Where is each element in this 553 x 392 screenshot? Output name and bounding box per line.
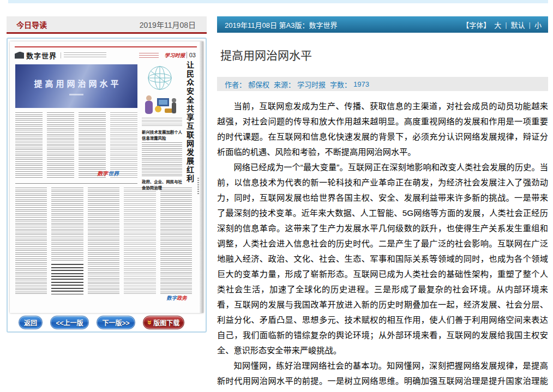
subheadline-gov: 政府、企业、网民与社会协同治理 [142, 179, 182, 190]
source-value: 学习时报 [297, 79, 326, 89]
sim-text-block [142, 118, 182, 126]
issue-info: 2019年11月08日 第A3版：数字世界 [225, 20, 337, 30]
source-label: 来源： [274, 79, 295, 89]
article-title: 提高用网治网水平 [220, 46, 548, 63]
subheadline-tech: 新兴技术发展加剧个人信息泄露风险 [142, 130, 182, 141]
people-illustration [142, 94, 181, 116]
sim-text-column [79, 112, 106, 178]
download-page-button[interactable]: » 版图下载 [143, 316, 184, 329]
paper-name-logo: 学习时报 [164, 51, 184, 59]
page-number: 03 [187, 52, 196, 58]
font-size-label: 【字体】 [462, 20, 490, 30]
article-paragraph: 知网懂网，练好治理网络社会的基本功。知网懂网，深刻把握网络发展规律，是提高新时代… [217, 358, 548, 392]
masthead-date-fineprint [139, 53, 159, 58]
sim-text-column [15, 188, 47, 294]
newspaper-thumbnail[interactable]: 数字世界 学习时报 03 提高用网治网水平 [10, 41, 203, 313]
banner-byline [69, 94, 83, 95]
sim-text-column [47, 112, 74, 178]
article-body: 当前，互联网愈发成为生产、传播、获取信息的主渠道，对社会成员的动员功能越来越强，… [217, 99, 548, 392]
sim-text-column [110, 112, 137, 178]
today-guide-date: 2019年11月08日 [140, 19, 196, 30]
issue-bar: 2019年11月08日 第A3版：数字世界 【字体】 大 | 默认 | 小 [217, 16, 548, 33]
vertical-byline [197, 178, 199, 194]
prev-page-button[interactable]: <<上一版 [50, 316, 89, 329]
separator: | [505, 21, 507, 29]
banner-headline: 提高用网治网水平 [31, 77, 121, 89]
newspaper-masthead: 数字世界 学习时报 03 [15, 49, 196, 61]
font-size-controls: 【字体】 大 | 默认 | 小 [462, 20, 542, 30]
text-columns-bottom [15, 188, 192, 294]
font-size-default[interactable]: 默认 [511, 20, 525, 30]
author-label: 作者： [225, 79, 246, 89]
sim-text-block [142, 142, 182, 176]
right-feature-column: 新兴技术发展加剧个人信息泄露风险 政府、企业、网民与社会协同治理 [142, 64, 182, 194]
section-divider [15, 183, 137, 184]
article-meta: 作者： 郝保权 来源： 学习时报 字数： 1973 [217, 77, 548, 91]
today-guide-title: 今日导读 [16, 19, 47, 30]
font-size-large[interactable]: 大 [494, 20, 501, 30]
today-guide-header: 今日导读 2019年11月08日 [7, 16, 207, 34]
sim-text-column [124, 188, 155, 294]
sim-text-column [160, 188, 192, 294]
wordcount-value: 1973 [353, 80, 369, 88]
article-panel: 2019年11月08日 第A3版：数字世界 【字体】 大 | 默认 | 小 提高… [217, 16, 548, 392]
author-value: 郝保权 [248, 79, 269, 89]
download-button-label: 版图下载 [153, 318, 179, 327]
article-paragraph: 当前，互联网愈发成为生产、传播、获取信息的主渠道，对社会成员的动员功能越来越强，… [217, 99, 548, 160]
download-chevron-icon: » [146, 320, 154, 324]
masthead-logo-icon [15, 52, 24, 59]
thumbnail-toolbar: 返回 <<上一版 下一版>> » 版图下载 [10, 316, 203, 329]
globe-icon [142, 64, 178, 93]
reader-page: 今日导读 2019年11月08日 数字世界 学习时报 03 提高用网治网水平 [0, 0, 553, 392]
sim-text-column [15, 112, 43, 178]
lead-article-banner: 提高用网治网水平 [15, 64, 137, 108]
masthead-rule [15, 46, 197, 47]
top-strip [8, 0, 548, 3]
digital-gov-logo: 数字政务 [166, 294, 187, 301]
separator: | [529, 21, 531, 29]
next-page-button[interactable]: 下一版>> [97, 316, 135, 329]
sim-bold-subhead [51, 264, 83, 294]
masthead-section-title: 数字世界 [26, 50, 57, 61]
back-button[interactable]: 返回 [19, 316, 43, 329]
wordcount-label: 字数： [330, 79, 351, 89]
sim-text-column [88, 188, 119, 294]
digital-world-logo: 数字世界 [97, 170, 119, 177]
article-paragraph: 网络已经成为一个“最大变量”。互联网正在深刻地影响和改变人类社会发展的历史。当前… [217, 160, 548, 358]
paper-edge-shadow [200, 41, 203, 313]
page-thumbnail-box: 数字世界 学习时报 03 提高用网治网水平 [7, 38, 207, 333]
masthead-fineprint [61, 52, 106, 58]
vertical-headline: 让民众安全共享互联网发展红利 [184, 61, 195, 188]
text-columns-top [15, 112, 137, 178]
sim-text-column [51, 188, 83, 294]
left-panel: 今日导读 2019年11月08日 数字世界 学习时报 03 提高用网治网水平 [7, 16, 207, 333]
font-size-small[interactable]: 小 [534, 20, 542, 30]
